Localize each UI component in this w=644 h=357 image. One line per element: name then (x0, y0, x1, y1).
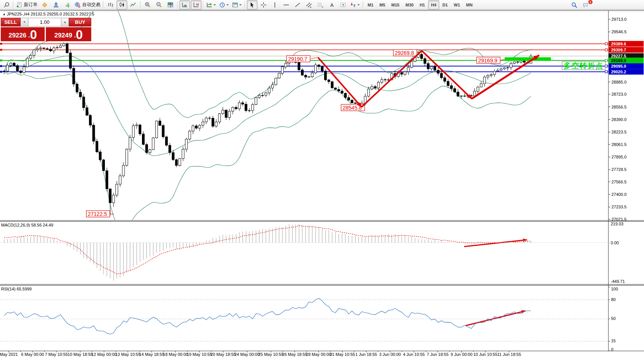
channel-button[interactable]: E (304, 0, 314, 9)
chevron-down-icon (357, 3, 360, 6)
arrows-button[interactable] (349, 0, 361, 9)
partial-icon (3, 2, 9, 8)
bars-icon (108, 2, 114, 8)
fibo-icon: F (317, 2, 323, 8)
indicators-button[interactable] (205, 0, 217, 9)
linechart-icon (130, 2, 136, 8)
fibonacci-button[interactable]: F (315, 0, 326, 9)
horizontal-line-button[interactable] (281, 0, 292, 9)
price-tick-label: 27071.5 (611, 217, 627, 222)
toolbar-separator (177, 1, 178, 9)
time-tick-label: 14 May 18:55 (139, 352, 164, 357)
tf-w1-button[interactable]: W1 (451, 0, 463, 9)
channel-icon: E (306, 2, 312, 8)
rsi-scale-label: 15 (611, 338, 616, 343)
sell-button[interactable]: SELL (1, 18, 20, 26)
price-tick-label: 27233.5 (611, 205, 627, 209)
svg-text:T: T (342, 3, 345, 7)
text-label-button[interactable]: T (338, 0, 348, 9)
toolbar-separator (245, 1, 245, 9)
time-tick-label: 10 Jun 10:55 (473, 352, 497, 357)
sell-price: 29226 . (8, 31, 30, 40)
time-tick-label: 7 Jun 18:55 (427, 352, 449, 357)
buy-price-button[interactable]: 29249 .0 (46, 27, 91, 41)
crosshair-button[interactable] (258, 0, 269, 9)
rsi-scale-label: 100 (611, 287, 618, 291)
cursor-button[interactable] (247, 0, 257, 9)
price-tick-label: 28390.0 (611, 117, 627, 122)
price-callout-text: 29169.9 (478, 57, 497, 64)
rsi-scale-label: 80 (611, 297, 616, 302)
sell-price-button[interactable]: 29226 .0 (1, 27, 45, 41)
vertical-line-button[interactable] (270, 0, 280, 9)
turning-point-note[interactable]: 多空转折点 (562, 61, 605, 70)
time-tick-label: 31 May 10:55 (330, 352, 355, 357)
buy-price-big-digit: 0 (76, 29, 83, 40)
templates-button[interactable] (231, 0, 243, 9)
price-tick-label: 27400.0 (611, 192, 627, 197)
auto-scroll-button[interactable] (179, 0, 190, 9)
tf-m30-button[interactable]: M30 (403, 0, 416, 9)
app-fragment-icon (1, 0, 11, 9)
tf-m15-button[interactable]: M15 (389, 0, 402, 9)
arrows-icon (350, 2, 356, 8)
symbol-header: ▲ JPN225-,H4 29132.5 29255.0 29132.5 292… (3, 12, 94, 16)
time-tick-label: 7 May 10:55 (45, 352, 68, 357)
chevron-down-icon (226, 3, 229, 6)
bar-chart-button[interactable] (105, 0, 116, 9)
green-highlight-bar[interactable] (505, 57, 551, 61)
chart-canvas[interactable]: 27122.529190.728545.829269.829169.929713… (0, 0, 644, 357)
time-tick-label: 4 Jun 10:55 (403, 352, 425, 357)
volume-decrease-button[interactable]: ▼ (20, 18, 28, 26)
cursor-icon (249, 2, 255, 8)
notifications-button[interactable]: 1 (580, 1, 591, 10)
time-tick-label: 26 May 18:55 (282, 352, 307, 357)
profile-icon-button[interactable] (51, 0, 61, 9)
time-axis[interactable]: May 20216 May 00:007 May 10:5510 May 18:… (0, 351, 521, 357)
periods-button[interactable] (218, 0, 230, 9)
text-button[interactable]: A (326, 0, 337, 9)
buy-button[interactable]: BUY (69, 18, 91, 26)
volume-input[interactable]: 1.00 (28, 18, 61, 26)
tile-icon (167, 2, 173, 8)
signals-icon-button[interactable] (62, 0, 73, 9)
chart-shift-button[interactable] (191, 0, 201, 9)
tf-h4-button[interactable]: H4 (428, 0, 439, 9)
toolbar-separator (203, 1, 204, 9)
buy-price: 29249 . (54, 31, 76, 40)
price-badge-text: 29169.9 (611, 58, 626, 63)
template-icon (232, 2, 238, 8)
autotrading-button[interactable]: 自动交易 (73, 0, 101, 9)
symbol-ohlc: 29132.5 29255.0 29132.5 29227.5 (31, 12, 94, 16)
globe-icon (75, 2, 81, 8)
tile-windows-button[interactable] (165, 0, 176, 9)
new-order-button[interactable]: 新订单 (15, 0, 39, 9)
macd-scale-label: -449.71 (611, 279, 625, 284)
tf-m1-button[interactable]: M1 (365, 0, 376, 9)
deposit-icon-button[interactable] (39, 0, 50, 9)
volume-increase-button[interactable]: ▲ (61, 18, 69, 26)
zoom-in-button[interactable] (142, 0, 153, 9)
one-click-trade-panel: SELL ▼ 1.00 ▲ BUY 29226 .0 29249 .0 (1, 18, 91, 41)
tf-mn-button[interactable]: MN (463, 0, 475, 9)
tf-m5-button[interactable]: M5 (377, 0, 388, 9)
svg-text:A: A (330, 2, 334, 8)
time-tick-label: 19 May 10:55 (187, 352, 212, 357)
trendline-button[interactable] (292, 0, 303, 9)
zoom-out-button[interactable] (154, 0, 164, 9)
collapse-triangle-icon[interactable]: ▲ (3, 12, 6, 16)
macd-scale-label: 0.00 (611, 241, 619, 245)
macd-label: MACD(12,26,9) 58.56 24.49 (1, 223, 53, 227)
candles (3, 42, 532, 216)
tf-d1-button[interactable]: D1 (440, 0, 451, 9)
candlestick-chart-button[interactable] (117, 0, 127, 9)
rsi-scale-label: 0 (611, 347, 613, 352)
search-button[interactable] (569, 1, 580, 10)
person-icon (53, 2, 59, 8)
rsi-scale-label: 50 (611, 316, 616, 321)
macd-name: MACD(12,26,9) (1, 223, 30, 227)
price-badge-text: 29309.7 (611, 48, 626, 52)
trend-zigzag[interactable] (318, 51, 472, 107)
tf-h1-button[interactable]: H1 (417, 0, 427, 9)
line-chart-button[interactable] (128, 0, 139, 9)
